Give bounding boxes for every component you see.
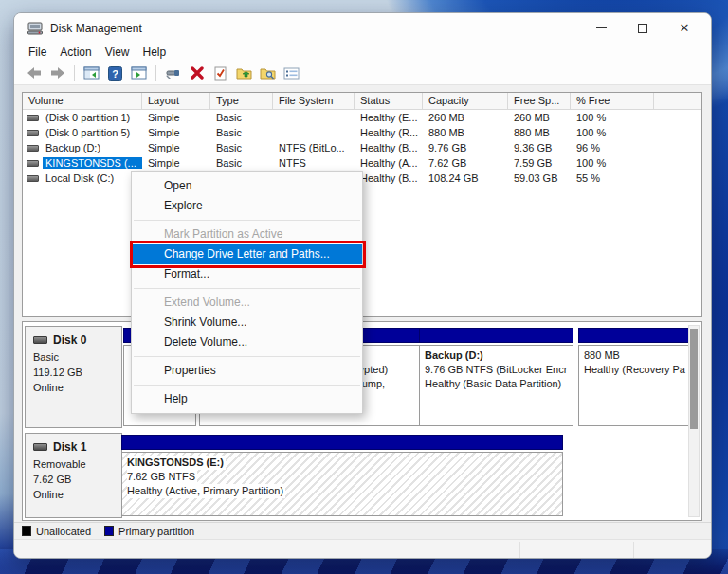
close-button[interactable]: ✕ bbox=[664, 15, 705, 42]
cell-pct-free: 96 % bbox=[571, 142, 654, 153]
menu-item-format[interactable]: Format... bbox=[132, 264, 362, 284]
column-header-layout[interactable]: Layout bbox=[142, 93, 210, 109]
menu-item-help[interactable]: Help bbox=[132, 389, 362, 409]
volume-icon bbox=[27, 130, 39, 136]
title-bar[interactable]: Disk Management ✕ bbox=[14, 13, 711, 43]
menu-help[interactable]: Help bbox=[136, 44, 173, 61]
column-header-type[interactable]: Type bbox=[210, 93, 273, 109]
disk-name: Disk 0 bbox=[53, 332, 86, 348]
cell-layout: Simple bbox=[142, 157, 210, 169]
console-tree-button[interactable] bbox=[80, 63, 103, 83]
partition-detail: 880 MB bbox=[584, 349, 686, 363]
tool-icon bbox=[166, 66, 181, 80]
volume-name: (Disk 0 partition 5) bbox=[43, 127, 133, 138]
disk0-panel[interactable]: Disk 0 Basic 119.12 GB Online bbox=[25, 326, 122, 428]
menu-separator bbox=[134, 220, 360, 221]
cell-free-space: 260 MB bbox=[508, 112, 571, 123]
column-header-pct-free[interactable]: % Free bbox=[571, 93, 654, 109]
menu-item-change-drive-letter[interactable]: Change Drive Letter and Paths... bbox=[132, 244, 362, 264]
volume-row-disk0-partition5[interactable]: (Disk 0 partition 5) Simple Basic Health… bbox=[23, 125, 701, 140]
disk0-partition-recovery[interactable]: 880 MB Healthy (Recovery Pa bbox=[578, 328, 692, 426]
cell-file-system: NTFS (BitLo... bbox=[273, 142, 355, 153]
check-document-button[interactable] bbox=[209, 63, 232, 83]
cell-free-space: 7.59 GB bbox=[508, 157, 571, 169]
disk-management-window: Disk Management ✕ File Action View Help … bbox=[13, 12, 712, 559]
disk1-partition-kingstonsds[interactable]: KINGSTONSDS (E:) 7.62 GB NTFS Healthy (A… bbox=[121, 435, 563, 516]
toolbar: ? bbox=[14, 62, 711, 85]
console-tree-icon bbox=[83, 66, 100, 80]
minimize-button[interactable] bbox=[580, 15, 622, 42]
volume-context-menu: Open Explore Mark Partition as Active Ch… bbox=[131, 171, 363, 414]
back-button[interactable] bbox=[22, 63, 46, 83]
disk-status: Online bbox=[33, 487, 116, 502]
legend-primary-partition: Primary partition bbox=[104, 526, 194, 537]
column-header-status[interactable]: Status bbox=[355, 93, 423, 109]
partition-box-selected: KINGSTONSDS (E:) 7.62 GB NTFS Healthy (A… bbox=[121, 452, 563, 516]
cell-status: Healthy (E... bbox=[355, 112, 423, 123]
disk0-partition-backup-d[interactable]: Backup (D:) 9.76 GB NTFS (BitLocker Encr… bbox=[419, 328, 573, 426]
column-header-file-system[interactable]: File System bbox=[273, 93, 355, 109]
volume-row-disk0-partition1[interactable]: (Disk 0 partition 1) Simple Basic Health… bbox=[23, 110, 701, 125]
status-bar bbox=[14, 539, 711, 559]
minimize-icon bbox=[596, 27, 607, 28]
volume-icon bbox=[27, 115, 39, 121]
detail-pane-button[interactable] bbox=[127, 63, 151, 83]
menu-file[interactable]: File bbox=[22, 44, 53, 61]
partition-box: Backup (D:) 9.76 GB NTFS (BitLocker Encr… bbox=[419, 345, 573, 426]
volume-list-header: Volume Layout Type File System Status Ca… bbox=[23, 93, 701, 110]
volume-icon bbox=[27, 145, 39, 152]
menu-action[interactable]: Action bbox=[53, 44, 98, 61]
maximize-button[interactable] bbox=[622, 15, 664, 42]
cell-pct-free: 100 % bbox=[571, 127, 654, 138]
delete-volume-button[interactable] bbox=[185, 63, 209, 83]
cell-layout: Simple bbox=[142, 112, 210, 123]
menu-separator bbox=[134, 385, 360, 386]
column-header-filler bbox=[654, 93, 701, 109]
cell-type: Basic bbox=[210, 142, 273, 153]
svg-text:?: ? bbox=[112, 67, 118, 79]
folder-up-button[interactable] bbox=[232, 63, 256, 83]
cell-status: Healthy (B... bbox=[355, 142, 423, 153]
column-header-capacity[interactable]: Capacity bbox=[423, 93, 508, 109]
folder-search-icon bbox=[260, 66, 276, 80]
menu-item-mark-partition-active[interactable]: Mark Partition as Active bbox=[132, 224, 362, 244]
tool-button[interactable] bbox=[161, 63, 185, 83]
disk-icon bbox=[33, 443, 47, 451]
menu-item-delete-volume[interactable]: Delete Volume... bbox=[132, 332, 362, 352]
disk1-panel[interactable]: Disk 1 Removable 7.62 GB Online bbox=[25, 433, 122, 518]
menu-item-properties[interactable]: Properties bbox=[132, 361, 362, 381]
legend-label: Primary partition bbox=[118, 526, 194, 537]
cell-status: Healthy (R... bbox=[355, 127, 423, 138]
cell-status: Healthy (B... bbox=[355, 172, 423, 184]
disk-name: Disk 1 bbox=[53, 439, 86, 455]
volume-row-kingstonsds-selected[interactable]: KINGSTONSDS (... Simple Basic NTFS Healt… bbox=[23, 155, 701, 170]
menu-item-explore[interactable]: Explore bbox=[132, 196, 362, 216]
legend-unallocated: Unallocated bbox=[22, 526, 91, 537]
column-header-volume[interactable]: Volume bbox=[23, 93, 142, 109]
unallocated-color-swatch bbox=[22, 526, 31, 536]
properties-list-button[interactable] bbox=[280, 63, 303, 83]
disk-kind: Basic bbox=[33, 350, 116, 365]
disk1-row: Disk 1 Removable 7.62 GB Online KINGSTON… bbox=[23, 433, 701, 518]
toolbar-separator bbox=[74, 65, 75, 81]
menu-item-shrink-volume[interactable]: Shrink Volume... bbox=[132, 313, 362, 332]
menu-view[interactable]: View bbox=[99, 44, 136, 61]
menu-item-extend-volume[interactable]: Extend Volume... bbox=[132, 293, 362, 313]
scrollbar-thumb[interactable] bbox=[690, 329, 698, 429]
help-button[interactable]: ? bbox=[103, 63, 127, 83]
partition-label: Backup (D:) bbox=[425, 349, 568, 363]
graph-vertical-scrollbar[interactable] bbox=[688, 325, 700, 517]
volume-row-backup-d[interactable]: Backup (D:) Simple Basic NTFS (BitLo... … bbox=[23, 140, 701, 155]
forward-button[interactable] bbox=[46, 63, 69, 83]
disk-icon bbox=[33, 336, 47, 344]
volume-icon bbox=[27, 175, 39, 182]
cell-capacity: 108.24 GB bbox=[423, 172, 508, 184]
cell-status: Healthy (A... bbox=[355, 157, 423, 169]
disk-status: Online bbox=[33, 380, 116, 395]
detail-pane-icon bbox=[131, 66, 147, 80]
column-header-free-space[interactable]: Free Sp... bbox=[508, 93, 571, 109]
partition-detail: 9.76 GB NTFS (BitLocker Encr bbox=[425, 363, 568, 377]
folder-search-button[interactable] bbox=[256, 63, 280, 83]
cell-free-space: 9.36 GB bbox=[508, 142, 571, 153]
menu-item-open[interactable]: Open bbox=[132, 176, 362, 196]
